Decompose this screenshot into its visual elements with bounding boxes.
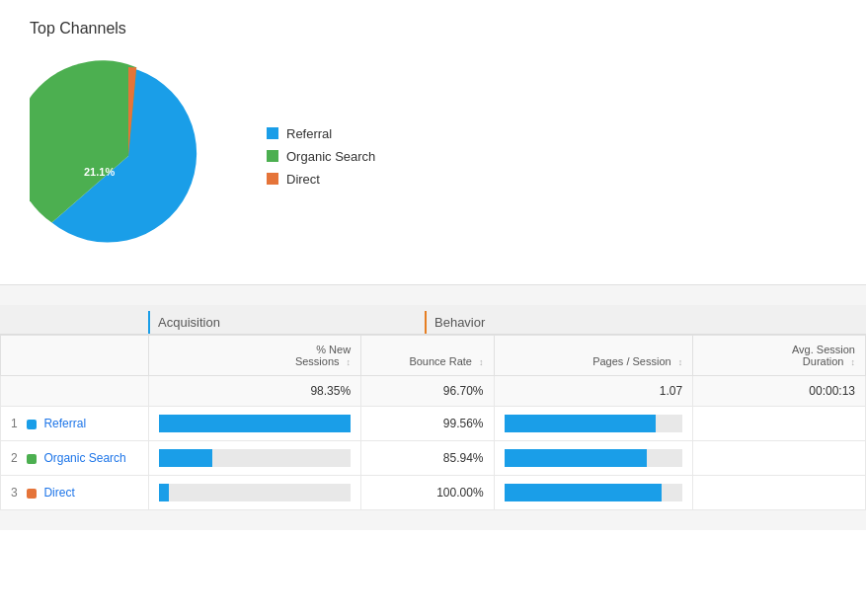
group-headers: Acquisition Behavior [0, 305, 866, 335]
bar-bg-organic [159, 449, 351, 467]
legend-referral: Referral [267, 126, 375, 141]
bar-fill-referral [159, 415, 351, 432]
dot-direct [27, 489, 37, 499]
new-sessions-bar-organic [149, 441, 361, 476]
channel-organic: 2 Organic Search [1, 441, 149, 476]
table-header-row: % NewSessions ↕ Bounce Rate ↕ Pages / Se… [1, 336, 866, 376]
data-table: % NewSessions ↕ Bounce Rate ↕ Pages / Se… [0, 335, 866, 510]
col-header-pages-session[interactable]: Pages / Session ↕ [494, 336, 693, 376]
total-bounce-rate: 96.70% [361, 376, 494, 407]
legend-color-organic [267, 150, 278, 162]
legend-color-referral [267, 127, 278, 139]
chart-area: 74.6% 21.1% Referral Organic Search Dire… [30, 57, 836, 255]
top-section: Top Channels 74.6% 21.1% [0, 0, 866, 285]
pie-svg: 74.6% 21.1% [30, 57, 227, 255]
avg-session-referral [693, 407, 866, 441]
label-referral[interactable]: Referral [43, 417, 86, 430]
total-new-sessions: 98.35% [149, 376, 361, 407]
bounce-rate-referral: 99.56% [361, 407, 494, 441]
bottom-section: Acquisition Behavior % NewSessions ↕ Bou… [0, 285, 866, 530]
legend-label-organic: Organic Search [286, 149, 375, 164]
col-header-avg-session[interactable]: Avg. SessionDuration ↕ [693, 336, 866, 376]
label-direct[interactable]: Direct [43, 486, 74, 500]
col-header-channel [1, 336, 149, 376]
total-avg-session: 00:00:13 [693, 376, 866, 407]
behavior-bar-fill-organic [505, 449, 648, 467]
acquisition-group-label: Acquisition [148, 311, 425, 334]
legend-label-direct: Direct [286, 172, 320, 187]
new-sessions-bar-referral [149, 407, 361, 441]
page-wrapper: Top Channels 74.6% 21.1% [0, 0, 866, 530]
bounce-rate-direct: 100.00% [361, 476, 494, 510]
legend-organic: Organic Search [267, 149, 375, 164]
total-new-sessions-value: 98.35% [310, 384, 351, 398]
col-header-new-sessions[interactable]: % NewSessions ↕ [149, 336, 361, 376]
total-row: 98.35% 96.70% 1.07 00:00:13 [1, 376, 866, 407]
behavior-bar-bg-referral [505, 415, 683, 432]
behavior-bar-referral [494, 407, 693, 441]
dot-referral [27, 420, 37, 429]
behavior-bar-direct [494, 476, 693, 510]
behavior-bar-organic [494, 441, 693, 476]
table-row: 2 Organic Search 85.94% [1, 441, 866, 476]
dot-organic [27, 454, 37, 464]
legend-label-referral: Referral [286, 126, 332, 141]
behavior-bar-fill-direct [505, 484, 662, 501]
rank-1: 1 [11, 417, 18, 430]
avg-session-organic [693, 441, 866, 476]
bar-bg-referral [159, 415, 351, 432]
page-title: Top Channels [30, 20, 836, 38]
svg-text:21.1%: 21.1% [84, 166, 115, 178]
rank-2: 2 [11, 451, 18, 465]
bar-fill-direct [159, 484, 169, 501]
behavior-bar-fill-referral [505, 415, 657, 432]
label-organic[interactable]: Organic Search [43, 451, 125, 465]
avg-session-direct [693, 476, 866, 510]
channel-direct: 3 Direct [1, 476, 149, 510]
rank-3: 3 [11, 486, 18, 500]
legend-color-direct [267, 173, 278, 185]
bar-bg-direct [159, 484, 351, 501]
legend-direct: Direct [267, 172, 375, 187]
table-row: 3 Direct 100.00% [1, 476, 866, 510]
behavior-bar-bg-direct [505, 484, 683, 501]
total-channel-cell [1, 376, 149, 407]
bar-fill-organic [159, 449, 212, 467]
table-row: 1 Referral 99.56% [1, 407, 866, 441]
total-pages-session: 1.07 [494, 376, 693, 407]
behavior-bar-bg-organic [505, 449, 683, 467]
legend: Referral Organic Search Direct [267, 126, 375, 187]
col-header-bounce-rate[interactable]: Bounce Rate ↕ [361, 336, 494, 376]
pie-chart: 74.6% 21.1% [30, 57, 227, 255]
new-sessions-bar-direct [149, 476, 361, 510]
svg-text:74.6%: 74.6% [183, 230, 213, 242]
channel-referral: 1 Referral [1, 407, 149, 441]
bounce-rate-organic: 85.94% [361, 441, 494, 476]
behavior-group-label: Behavior [425, 311, 760, 334]
